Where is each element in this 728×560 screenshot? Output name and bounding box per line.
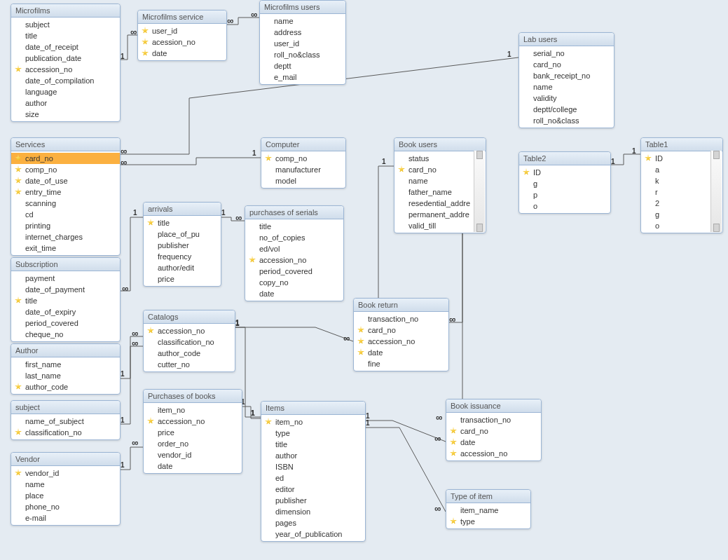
- field[interactable]: type: [446, 516, 530, 527]
- field[interactable]: transaction_no: [354, 313, 448, 325]
- table-header[interactable]: Vendor: [11, 453, 120, 466]
- field[interactable]: g: [519, 178, 610, 189]
- field[interactable]: date: [354, 347, 448, 358]
- field[interactable]: deptt: [260, 60, 345, 71]
- table-book_return[interactable]: Book returntransaction_nocard_noaccessio…: [353, 298, 449, 371]
- table-vendor[interactable]: Vendorvendor_idnameplacephone_noe-mail: [11, 452, 121, 526]
- field[interactable]: name: [11, 479, 120, 490]
- table-arrivals[interactable]: arrivalstitleplace_of_pupublisherfrequen…: [143, 202, 221, 287]
- field[interactable]: serial_no: [519, 48, 614, 59]
- field[interactable]: last_name: [11, 370, 120, 381]
- field[interactable]: card_no: [446, 425, 541, 437]
- field[interactable]: date: [144, 460, 242, 472]
- table-header[interactable]: Book return: [354, 299, 448, 312]
- table-book_users[interactable]: Book usersstatuscard_nonamefather_namere…: [394, 137, 486, 233]
- field[interactable]: accession_no: [144, 325, 235, 336]
- field[interactable]: pages: [261, 517, 365, 528]
- field[interactable]: accession_no: [245, 254, 343, 266]
- field[interactable]: name_of_subject: [11, 416, 120, 427]
- field[interactable]: accession_no: [144, 416, 242, 427]
- field[interactable]: comp_no: [261, 153, 345, 164]
- table-subject[interactable]: subjectname_of_subjectclassification_no: [11, 400, 121, 440]
- field[interactable]: classification_no: [11, 427, 120, 438]
- table-microfilms_service[interactable]: Microfilms serviceuser_idacession_nodate: [137, 10, 227, 61]
- field[interactable]: period_covered: [11, 317, 120, 329]
- field[interactable]: model: [261, 175, 345, 186]
- field[interactable]: publisher: [261, 495, 365, 506]
- field[interactable]: fine: [354, 358, 448, 369]
- field[interactable]: item_no: [144, 404, 242, 416]
- field[interactable]: place_of_pu: [144, 228, 221, 240]
- field[interactable]: accession_no: [354, 336, 448, 347]
- field[interactable]: cd: [11, 209, 120, 220]
- field[interactable]: cheque_no: [11, 329, 120, 340]
- table-header[interactable]: subject: [11, 401, 120, 414]
- table-header[interactable]: Book issuance: [446, 399, 541, 413]
- table-catalogs[interactable]: Catalogsaccession_noclassification_noaut…: [143, 310, 235, 372]
- scrollbar[interactable]: [710, 151, 722, 232]
- field[interactable]: user_id: [138, 25, 226, 36]
- table-header[interactable]: Catalogs: [144, 310, 235, 324]
- field[interactable]: accession_no: [11, 64, 120, 75]
- field[interactable]: period_covered: [245, 266, 343, 277]
- table-computer[interactable]: Computercomp_nomanufacturermodel: [261, 137, 346, 189]
- field[interactable]: roll_no&class: [519, 115, 614, 126]
- field[interactable]: frequency: [144, 251, 221, 262]
- field[interactable]: internet_charges: [11, 231, 120, 243]
- field[interactable]: resedential_addre: [394, 198, 486, 209]
- field[interactable]: e-mail: [11, 512, 120, 524]
- field[interactable]: date_of_receipt: [11, 41, 120, 53]
- field[interactable]: editor: [261, 484, 365, 495]
- field[interactable]: valid_till: [394, 220, 486, 231]
- field[interactable]: dimension: [261, 506, 365, 517]
- field[interactable]: date_of_payment: [11, 284, 120, 295]
- field[interactable]: title: [261, 439, 365, 450]
- field[interactable]: author: [11, 97, 120, 109]
- field[interactable]: date_of_expiry: [11, 306, 120, 317]
- field[interactable]: ISBN: [261, 461, 365, 472]
- table-header[interactable]: Microfilms service: [138, 11, 226, 24]
- field[interactable]: publication_date: [11, 53, 120, 64]
- field[interactable]: acession_no: [138, 36, 226, 48]
- field[interactable]: card_no: [394, 164, 486, 175]
- table-header[interactable]: Book users: [394, 138, 486, 151]
- field[interactable]: ed: [261, 472, 365, 484]
- field[interactable]: title: [11, 295, 120, 306]
- field[interactable]: user_id: [260, 38, 345, 49]
- table-header[interactable]: Services: [11, 138, 120, 151]
- field[interactable]: phone_no: [11, 501, 120, 512]
- table-header[interactable]: Lab users: [519, 33, 614, 46]
- field[interactable]: item_name: [446, 505, 530, 516]
- field[interactable]: vendor_id: [11, 467, 120, 479]
- table-header[interactable]: Type of item: [446, 490, 530, 503]
- field[interactable]: comp_no: [11, 164, 120, 175]
- field[interactable]: date: [245, 288, 343, 299]
- table-header[interactable]: Purchases of books: [144, 390, 242, 403]
- field[interactable]: size: [11, 109, 120, 120]
- table-microfilms[interactable]: Microfilmssubjecttitledate_of_receiptpub…: [11, 4, 121, 122]
- table-items[interactable]: Itemsitem_notypetitleauthorISBNededitorp…: [261, 401, 366, 542]
- field[interactable]: title: [144, 217, 221, 228]
- field[interactable]: place: [11, 490, 120, 501]
- field[interactable]: date: [138, 48, 226, 59]
- field[interactable]: transaction_no: [446, 414, 541, 425]
- table-type_of_item[interactable]: Type of itemitem_nametype: [446, 489, 531, 529]
- table-header[interactable]: Subscription: [11, 258, 120, 271]
- table-header[interactable]: Items: [261, 402, 365, 415]
- field[interactable]: accession_no: [446, 448, 541, 459]
- field[interactable]: bank_receipt_no: [519, 70, 614, 81]
- field[interactable]: ed/vol: [245, 243, 343, 254]
- field[interactable]: date_of_compilation: [11, 75, 120, 86]
- field[interactable]: author_code: [11, 381, 120, 392]
- table-book_issuance[interactable]: Book issuancetransaction_nocard_nodateac…: [446, 399, 542, 461]
- field[interactable]: price: [144, 427, 242, 438]
- table-services[interactable]: Servicescard_nocomp_nodate_of_useentry_t…: [11, 137, 121, 256]
- field[interactable]: scanning: [11, 198, 120, 209]
- table-header[interactable]: arrivals: [144, 203, 221, 216]
- table-purchases_of_books[interactable]: Purchases of booksitem_noaccession_nopri…: [143, 389, 242, 474]
- field[interactable]: exit_time: [11, 243, 120, 254]
- field[interactable]: name: [519, 81, 614, 93]
- field[interactable]: no_of_copies: [245, 232, 343, 243]
- field[interactable]: author: [261, 450, 365, 461]
- field[interactable]: roll_no&class: [260, 49, 345, 60]
